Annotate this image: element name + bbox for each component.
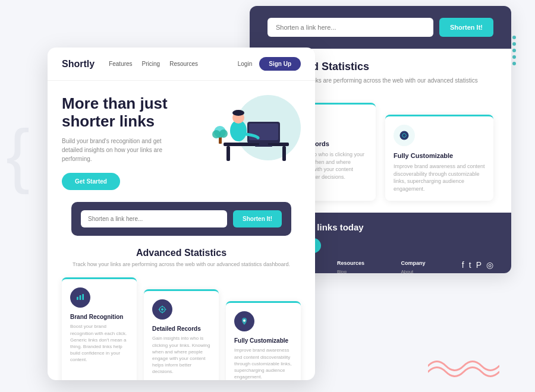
stats-card-title-3: Fully Customizable — [234, 337, 292, 344]
svg-point-15 — [219, 129, 228, 138]
svg-rect-17 — [80, 295, 81, 300]
footer-link[interactable]: Blog — [337, 269, 364, 273]
navbar: Shortly Features Pricing Resources Login… — [48, 48, 315, 81]
hero-text: More than just shorter links Build your … — [62, 95, 200, 190]
back-stat-title-2: Fully Customizable — [394, 152, 485, 159]
signup-button[interactable]: Sign Up — [259, 57, 301, 71]
nav-actions: Login Sign Up — [238, 57, 301, 71]
shorten-button[interactable]: Shorten It! — [233, 210, 282, 227]
instagram-icon[interactable]: ◎ — [486, 260, 493, 270]
footer-col-resources: Resources Blog Developers Support — [337, 260, 364, 273]
svg-rect-6 — [249, 124, 278, 140]
back-shorten-input[interactable] — [268, 18, 433, 37]
back-card-shorten-bar: Shorten It! — [250, 6, 511, 49]
svg-rect-18 — [82, 294, 84, 300]
decorative-wave — [428, 354, 499, 380]
hero-illustration — [206, 95, 301, 172]
nav-logo: Shortly — [62, 59, 95, 69]
stats-subtext: Track how your links are performing acro… — [62, 261, 301, 268]
footer-col-company-title: Company — [401, 260, 425, 266]
stats-card-3: Fully Customizable Improve brand awarene… — [226, 301, 301, 380]
svg-point-21 — [243, 320, 246, 322]
hero-subtext: Build your brand's recognition and get d… — [62, 137, 181, 163]
stats-icon-3 — [234, 311, 254, 331]
footer-col-company: Company About Our Team Careers Contact — [401, 260, 425, 273]
nav-links: Features Pricing Resources — [109, 61, 238, 67]
svg-point-11 — [232, 110, 244, 116]
footer-col-resources-title: Resources — [337, 260, 364, 266]
stats-card-body-1: Boost your brand recognition with each c… — [70, 323, 128, 363]
hero-section: More than just shorter links Build your … — [48, 81, 315, 196]
stats-card-body-3: Improve brand awareness and content disc… — [234, 347, 292, 380]
stats-cards: Brand Recognition Boost your brand recog… — [62, 277, 301, 380]
back-stat-icon-2 — [394, 125, 415, 146]
shorten-wrapper: Shorten It! — [48, 202, 315, 236]
nav-link-pricing[interactable]: Pricing — [142, 61, 160, 67]
back-stat-body-2: Improve brand awareness and content disc… — [394, 163, 485, 192]
svg-rect-4 — [282, 146, 286, 161]
hero-heading: More than just shorter links — [62, 95, 200, 131]
stats-card-title-1: Brand Recognition — [70, 314, 128, 320]
stats-card-1: Brand Recognition Boost your brand recog… — [62, 277, 137, 380]
stats-card-2: Detailed Records Gain insights into who … — [144, 289, 219, 380]
svg-rect-16 — [77, 297, 78, 300]
hero-person-svg — [206, 95, 301, 172]
pinterest-icon[interactable]: P — [476, 260, 482, 270]
facebook-icon[interactable]: f — [462, 260, 464, 270]
front-card: Shortly Features Pricing Resources Login… — [48, 48, 315, 380]
back-shorten-button[interactable]: Shorten It! — [439, 18, 493, 37]
footer-link[interactable]: About — [401, 269, 425, 273]
nav-link-features[interactable]: Features — [109, 61, 132, 67]
nav-link-resources[interactable]: Resources — [169, 61, 198, 67]
shorten-section: Shorten It! — [71, 202, 291, 236]
svg-point-14 — [212, 130, 221, 138]
stats-icon-1 — [70, 287, 90, 308]
stats-icon-2 — [152, 299, 172, 320]
stats-heading: Advanced Statistics — [62, 248, 301, 258]
social-links: f t P ◎ — [462, 260, 493, 270]
svg-rect-3 — [226, 146, 230, 161]
svg-point-20 — [161, 308, 163, 311]
back-stat-card-2: Fully Customizable Improve brand awarene… — [385, 115, 493, 201]
login-button[interactable]: Login — [238, 61, 252, 67]
stats-section: Advanced Statistics Track how your links… — [48, 236, 315, 380]
decorative-bracket: { — [6, 119, 30, 190]
get-started-button[interactable]: Get Started — [62, 173, 120, 190]
shorten-input[interactable] — [81, 210, 227, 227]
svg-point-1 — [400, 131, 409, 140]
twitter-icon[interactable]: t — [469, 260, 471, 270]
svg-rect-8 — [255, 145, 272, 147]
stats-card-body-2: Gain insights into who is clicking your … — [152, 335, 210, 375]
stats-card-title-2: Detailed Records — [152, 325, 210, 332]
